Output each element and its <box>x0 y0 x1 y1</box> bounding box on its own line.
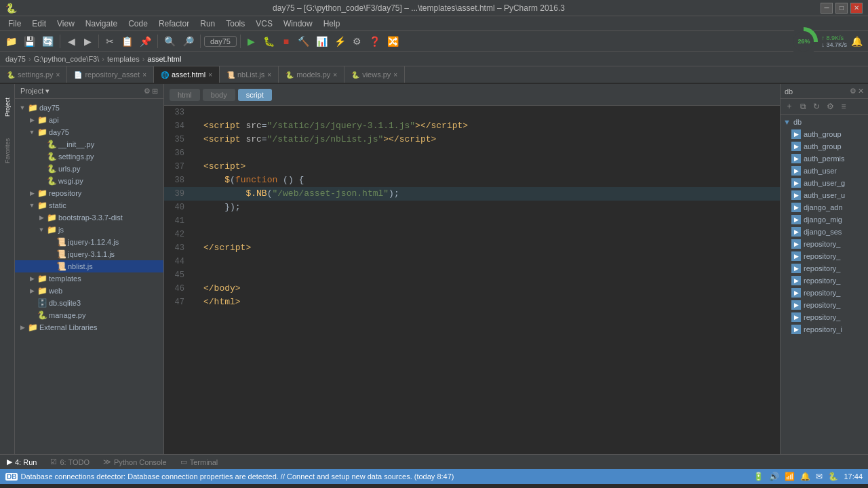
code-tab-body[interactable]: body <box>203 89 235 101</box>
tree-item-api[interactable]: ▶📁api <box>15 114 163 126</box>
tree-item-static[interactable]: ▼📁static <box>15 199 163 211</box>
minimize-button[interactable]: ─ <box>821 3 833 14</box>
tree-item-repository[interactable]: ▶📁repository <box>15 187 163 199</box>
tree-item-jquery-1-12-4-js[interactable]: 📜jquery-1.12.4.js <box>15 236 163 248</box>
db-table-item[interactable]: ▶repository_ <box>781 262 868 274</box>
db-panel-close[interactable]: ✕ <box>858 87 864 96</box>
file-tab-views-py[interactable]: 🐍views.py× <box>344 66 405 83</box>
db-table-item[interactable]: ▶repository_ <box>781 299 868 311</box>
file-tab-close[interactable]: × <box>142 71 146 79</box>
stop-button[interactable]: ■ <box>279 34 294 49</box>
db-table-item[interactable]: ▶repository_ <box>781 274 868 287</box>
menu-item-vcs[interactable]: VCS <box>250 18 278 30</box>
file-tab-close[interactable]: × <box>393 71 397 79</box>
bottom-tab-terminal[interactable]: ▭Terminal <box>176 456 222 468</box>
bottom-tab-python-console[interactable]: ≫Python Console <box>99 456 171 468</box>
build-button[interactable]: 🔨 <box>295 34 312 49</box>
db-table-item[interactable]: ▶auth_group <box>781 140 868 152</box>
tree-item-bootstrap-3-3-7-dist[interactable]: ▶📁bootstrap-3.3.7-dist <box>15 211 163 224</box>
project-button[interactable]: 📁 <box>3 34 20 49</box>
file-tab-nblist-js[interactable]: 📜nbList.js× <box>220 66 279 83</box>
tree-item-day75[interactable]: ▼📁day75 <box>15 102 163 114</box>
search-button[interactable]: 🔍 <box>161 34 178 49</box>
save-button[interactable]: 💾 <box>21 34 38 49</box>
menu-item-code[interactable]: Code <box>123 18 153 30</box>
copy-button[interactable]: 📋 <box>119 34 136 49</box>
db-table-item[interactable]: ▶repository_i <box>781 323 868 336</box>
tree-item-jquery-3-1-1-js[interactable]: 📜jquery-3.1.1.js <box>15 248 163 260</box>
db-table-item[interactable]: ▶auth_user_g <box>781 177 868 189</box>
tree-item-web[interactable]: ▶📁web <box>15 285 163 297</box>
menu-item-view[interactable]: View <box>52 18 80 30</box>
db-filter-button[interactable]: ≡ <box>837 100 850 113</box>
close-button[interactable]: ✕ <box>850 3 863 14</box>
help-button[interactable]: ❓ <box>366 34 383 49</box>
db-refresh-button[interactable]: ↻ <box>810 100 823 113</box>
vtab-project[interactable]: Project <box>1 87 14 127</box>
sidebar-expand-icon[interactable]: ⊞ <box>152 87 158 96</box>
vcs-button[interactable]: 🔀 <box>384 34 401 49</box>
code-tab-html[interactable]: html <box>170 89 200 101</box>
tree-item-day75[interactable]: ▼📁day75 <box>15 126 163 138</box>
cut-button[interactable]: ✂ <box>102 34 117 49</box>
db-table-item[interactable]: ▶repository_ <box>781 250 868 262</box>
tree-item-external-libraries[interactable]: ▶📁External Libraries <box>15 321 163 333</box>
debug-button[interactable]: 🐛 <box>260 34 277 49</box>
tray-icon[interactable]: ✉ <box>816 472 823 481</box>
db-table-item[interactable]: ▶django_mig <box>781 214 868 226</box>
menu-item-refactor[interactable]: Refactor <box>153 18 195 30</box>
tree-item-db-sqlite3[interactable]: 🗄️db.sqlite3 <box>15 297 163 309</box>
db-root[interactable]: ▼db <box>781 116 868 128</box>
tree-item-wsgi-py[interactable]: 🐍wsgi.py <box>15 175 163 187</box>
menu-item-run[interactable]: Run <box>195 18 220 30</box>
profile-button[interactable]: ⚡ <box>332 34 349 49</box>
bc-templates[interactable]: templates <box>107 55 140 63</box>
tree-item-settings-py[interactable]: 🐍settings.py <box>15 150 163 163</box>
menu-item-file[interactable]: File <box>3 18 26 30</box>
tray-icon[interactable]: 📶 <box>785 472 795 481</box>
maximize-button[interactable]: □ <box>835 3 848 14</box>
tray-icon[interactable]: 🔔 <box>800 472 810 481</box>
replace-button[interactable]: 🔎 <box>180 34 197 49</box>
run-badge[interactable]: day75 <box>204 36 237 47</box>
notifications-button[interactable]: 🔔 <box>848 34 865 49</box>
db-panel-gear[interactable]: ⚙ <box>850 87 856 96</box>
menu-item-tools[interactable]: Tools <box>220 18 250 30</box>
db-table-item[interactable]: ▶auth_user <box>781 165 868 177</box>
bottom-tab-4--run[interactable]: ▶4: Run <box>3 456 41 468</box>
coverage-button[interactable]: 📊 <box>313 34 330 49</box>
db-table-item[interactable]: ▶django_adn <box>781 201 868 214</box>
forward-button[interactable]: ▶ <box>80 34 95 49</box>
file-tab-close[interactable]: × <box>333 71 337 79</box>
sidebar-gear-icon[interactable]: ⚙ <box>144 87 151 96</box>
code-tab-script[interactable]: script <box>238 89 272 101</box>
file-tab-close[interactable]: × <box>208 71 212 79</box>
menu-item-window[interactable]: Window <box>278 18 318 30</box>
bc-asset-html[interactable]: asset.html <box>147 55 181 63</box>
tray-icon[interactable]: 🔊 <box>769 472 779 481</box>
menu-item-help[interactable]: Help <box>318 18 346 30</box>
file-tab-models-py[interactable]: 🐍models.py× <box>279 66 344 83</box>
tree-item-nblist-js[interactable]: 📜nblist.js <box>15 260 163 272</box>
db-table-item[interactable]: ▶django_ses <box>781 226 868 238</box>
tray-icon[interactable]: 🐍 <box>828 472 838 481</box>
vtab-favorites[interactable]: Favorites <box>1 130 14 171</box>
db-settings-button[interactable]: ⚙ <box>824 100 836 113</box>
bc-path[interactable]: G:\python_code\F3\ <box>34 55 100 63</box>
file-tab-settings-py[interactable]: 🐍settings.py× <box>0 66 67 83</box>
db-table-item[interactable]: ▶repository_ <box>781 287 868 299</box>
back-button[interactable]: ◀ <box>64 34 79 49</box>
db-copy-button[interactable]: ⧉ <box>797 100 809 113</box>
db-table-item[interactable]: ▶repository_ <box>781 311 868 323</box>
db-table-item[interactable]: ▶auth_user_u <box>781 189 868 201</box>
file-tab-asset-html[interactable]: 🌐asset.html× <box>154 66 220 83</box>
settings-button[interactable]: ⚙ <box>350 34 365 49</box>
bottom-tab-6--todo[interactable]: ☑6: TODO <box>46 456 94 468</box>
sync-button[interactable]: 🔄 <box>39 34 56 49</box>
db-table-item[interactable]: ▶auth_group <box>781 128 868 140</box>
db-table-item[interactable]: ▶auth_permis <box>781 152 868 165</box>
tree-item-templates[interactable]: ▶📁templates <box>15 272 163 285</box>
editor[interactable]: 3334<script src="/static/js/jquery-3.1.1… <box>164 106 780 454</box>
file-tab-close[interactable]: × <box>56 71 60 79</box>
menu-item-navigate[interactable]: Navigate <box>80 18 123 30</box>
